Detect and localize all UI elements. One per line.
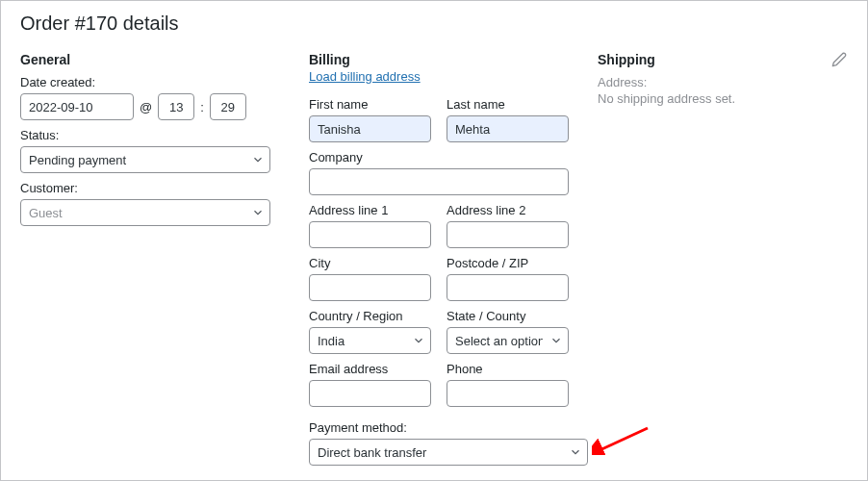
date-input[interactable] [20,93,134,120]
state-label: State / County [447,309,569,323]
general-column: General Date created: @ : Status: Pendin… [20,52,280,466]
edit-shipping-button[interactable] [830,52,848,69]
status-select[interactable]: Pending payment [20,146,270,173]
last-name-input[interactable] [447,115,569,142]
billing-column: Billing Load billing address First name … [309,52,569,466]
billing-heading: Billing [309,52,569,67]
columns: General Date created: @ : Status: Pendin… [20,52,848,466]
status-label: Status: [20,128,280,142]
postcode-input[interactable] [447,274,569,301]
load-billing-link[interactable]: Load billing address [309,69,421,84]
hour-input[interactable] [158,93,194,120]
phone-input[interactable] [447,380,569,407]
company-input[interactable] [309,168,569,195]
date-created-row: @ : [20,93,280,120]
city-label: City [309,256,431,270]
payment-method-label: Payment method: [309,420,569,435]
customer-label: Customer: [20,181,280,195]
payment-method-select[interactable]: Direct bank transfer [309,439,588,466]
email-input[interactable] [309,380,431,407]
svg-line-0 [598,428,648,451]
last-name-label: Last name [447,97,569,112]
country-label: Country / Region [309,309,431,323]
shipping-column: Shipping Address: No shipping address se… [598,52,848,466]
addr2-label: Address line 2 [447,203,569,217]
addr1-label: Address line 1 [309,203,431,217]
first-name-label: First name [309,97,431,112]
customer-select[interactable]: Guest [20,199,270,226]
company-label: Company [309,150,569,165]
shipping-no-address: No shipping address set. [598,91,848,106]
shipping-address-label: Address: [598,75,848,89]
addr1-input[interactable] [309,221,431,248]
at-symbol: @ [140,100,152,114]
city-input[interactable] [309,274,431,301]
email-label: Email address [309,362,431,376]
annotation-arrow-icon [592,426,650,455]
order-details-panel: Order #170 details General Date created:… [0,0,868,481]
customer-select-wrap: Guest [20,199,270,226]
first-name-input[interactable] [309,115,431,142]
status-select-wrap: Pending payment [20,146,270,173]
time-sep: : [200,100,204,114]
general-heading: General [20,52,280,67]
phone-label: Phone [447,362,569,376]
date-created-label: Date created: [20,75,280,89]
minute-input[interactable] [210,93,246,120]
country-select[interactable]: India [309,327,431,354]
state-select[interactable]: Select an option… [447,327,569,354]
addr2-input[interactable] [447,221,569,248]
postcode-label: Postcode / ZIP [447,256,569,270]
page-title: Order #170 details [20,13,848,35]
shipping-heading: Shipping [598,52,655,67]
pencil-icon [831,52,847,67]
